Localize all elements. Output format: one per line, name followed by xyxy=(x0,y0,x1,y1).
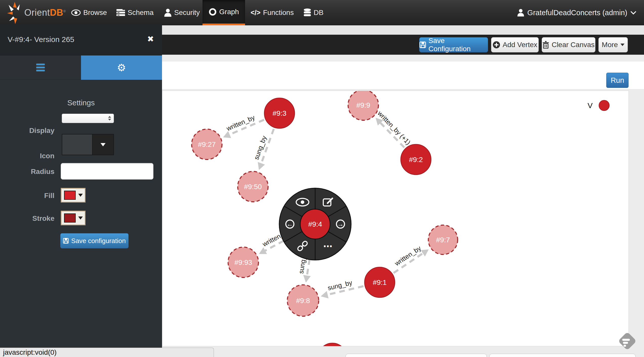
nav-item-browse[interactable]: Browse xyxy=(71,0,107,25)
orientdb-logo-icon xyxy=(7,1,22,24)
add-vertex-button[interactable]: Add Vertex xyxy=(491,37,539,52)
graph-edge: sung_by xyxy=(252,129,274,170)
fill-field-label: Fill xyxy=(8,192,54,200)
save-configuration-panel-button[interactable]: Save configuration xyxy=(60,233,129,248)
stroke-color-dropdown[interactable] xyxy=(61,211,86,225)
close-icon[interactable]: ✖ xyxy=(147,34,154,44)
node-label: #9:8 xyxy=(296,297,310,305)
button-label: Save configuration xyxy=(71,237,126,245)
nav-item-label: Functions xyxy=(263,9,294,17)
bottom-scroll-box xyxy=(489,354,636,357)
database-icon xyxy=(304,8,311,17)
logo-text-orient: Orient xyxy=(24,7,50,18)
svg-text:...: ... xyxy=(323,237,333,249)
node-label: #9:7 xyxy=(436,236,450,244)
bottom-scroll-box xyxy=(346,354,487,357)
graph-canvas[interactable]: written_bysung_bywritten_by (+1)written_… xyxy=(162,91,629,346)
icon-preview-swatch xyxy=(62,134,93,155)
nav-item-schema[interactable]: Schema xyxy=(116,0,154,25)
ring-icon xyxy=(209,8,217,16)
status-tooltip: javascript:void(0) xyxy=(0,348,214,357)
display-field-label: Display xyxy=(8,127,54,135)
run-query-button[interactable]: Run xyxy=(606,73,629,88)
button-label: Clear Canvas xyxy=(552,41,595,49)
icon-field-label: Icon xyxy=(8,152,54,160)
edge-arrowhead xyxy=(258,162,265,170)
node-label: #9:1 xyxy=(373,279,387,286)
button-label: More xyxy=(602,41,618,49)
floppy-icon xyxy=(419,42,426,48)
stroke-field-label: Stroke xyxy=(8,214,54,223)
button-label: Add Vertex xyxy=(503,41,537,49)
nav-item-security[interactable]: Security xyxy=(164,0,200,25)
svg-text:←: ← xyxy=(287,220,293,228)
panel-title: V-#9:4- Version 265 xyxy=(8,35,74,44)
node-label: #9:93 xyxy=(234,259,252,266)
display-select[interactable] xyxy=(62,114,114,123)
graph-svg: written_bysung_bywritten_by (+1)written_… xyxy=(162,91,629,346)
trash-icon xyxy=(542,41,549,49)
nav-item-functions[interactable]: </> Functions xyxy=(251,0,294,25)
orientdb-logo[interactable]: OrientDB® xyxy=(7,0,66,25)
fill-color-dropdown[interactable] xyxy=(61,188,86,203)
more-button[interactable]: More xyxy=(598,37,628,52)
graph-edge: written_by xyxy=(393,244,429,273)
icon-dropdown-button[interactable] xyxy=(93,134,114,155)
caret-down-icon xyxy=(78,194,83,197)
legend-color-dot xyxy=(599,100,610,111)
edge-label: written_by xyxy=(225,113,256,132)
edge-arrowhead xyxy=(303,275,311,283)
user-menu[interactable]: GratefulDeadConcerts (admin) xyxy=(517,0,636,25)
node-label: #9:4 xyxy=(308,220,322,228)
panel-tabs: ⚙ xyxy=(0,55,162,80)
radius-input[interactable] xyxy=(61,163,153,180)
settings-heading: Settings xyxy=(0,98,162,107)
logo-text: OrientDB® xyxy=(24,7,66,18)
nav-item-label: DB xyxy=(314,9,324,17)
logo-text-db: DB xyxy=(50,7,63,18)
stroke-color-swatch xyxy=(64,213,76,223)
graph-edge: sung_by xyxy=(321,279,364,299)
user-icon xyxy=(164,9,172,17)
node-label: #9:2 xyxy=(409,156,423,164)
table-list-icon xyxy=(116,9,125,16)
code-icon: </> xyxy=(251,9,260,17)
tab-properties[interactable] xyxy=(0,55,81,80)
node-label: #9:50 xyxy=(244,183,262,191)
node-label: #9:3 xyxy=(273,109,287,117)
radial-outgoing-button[interactable]: → xyxy=(336,220,345,228)
graph-edge: written_by xyxy=(223,113,264,138)
class-legend: V xyxy=(588,100,610,111)
plus-circle-icon xyxy=(493,41,500,49)
button-label: Save Configuration xyxy=(429,37,488,53)
edge-label: sung_by xyxy=(252,135,268,161)
edge-label: written_by (+1) xyxy=(376,109,412,146)
radial-more-button[interactable]: ... xyxy=(323,237,333,249)
vertex-settings-panel: V-#9:4- Version 265 ✖ ⚙ Settings Display… xyxy=(0,25,162,357)
edge-arrowhead xyxy=(223,131,231,138)
edge-arrowhead xyxy=(321,291,329,298)
save-configuration-button[interactable]: Save Configuration xyxy=(419,37,488,52)
nav-item-graph[interactable]: Graph xyxy=(203,0,245,25)
nav-item-label: Browse xyxy=(83,9,107,17)
panel-header: V-#9:4- Version 265 ✖ xyxy=(0,25,162,55)
clear-canvas-button[interactable]: Clear Canvas xyxy=(542,37,595,52)
caret-down-icon xyxy=(78,216,83,220)
top-navbar: OrientDB® Browse Schema Security Graph xyxy=(0,0,644,25)
legend-class-label: V xyxy=(588,101,593,110)
nav-item-db[interactable]: DB xyxy=(304,0,324,25)
caret-down-icon xyxy=(620,44,625,46)
radius-field-label: Radius xyxy=(8,168,54,176)
icon-dropdown[interactable] xyxy=(62,134,114,155)
nav-item-label: Graph xyxy=(219,8,239,16)
chevron-down-icon xyxy=(630,11,636,15)
hamburger-icon xyxy=(36,62,45,73)
radial-context-menu: #9:4→...← xyxy=(279,188,351,260)
select-stepper-icon xyxy=(108,116,111,121)
graph-node-partial[interactable] xyxy=(318,343,347,346)
run-button-label: Run xyxy=(611,76,624,85)
radial-incoming-button[interactable]: ← xyxy=(286,220,294,228)
tab-settings[interactable]: ⚙ xyxy=(81,55,162,80)
svg-text:→: → xyxy=(337,220,344,228)
graph-edge: written_by (+1) xyxy=(376,109,412,148)
